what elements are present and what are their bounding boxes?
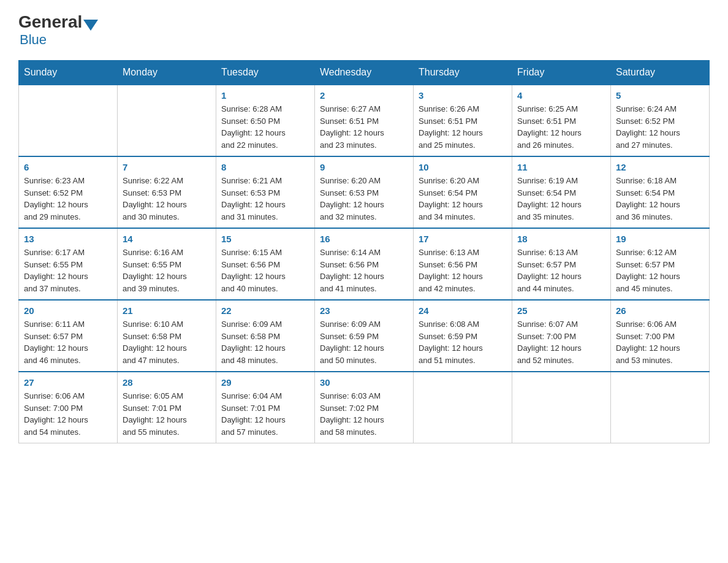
day-info: Sunrise: 6:26 AM Sunset: 6:51 PM Dayligh… [419,103,507,151]
calendar-cell: 13Sunrise: 6:17 AM Sunset: 6:55 PM Dayli… [19,228,118,300]
calendar-cell [512,372,611,443]
day-info: Sunrise: 6:08 AM Sunset: 6:59 PM Dayligh… [419,318,507,366]
day-info: Sunrise: 6:10 AM Sunset: 6:58 PM Dayligh… [123,318,211,366]
calendar-cell: 26Sunrise: 6:06 AM Sunset: 7:00 PM Dayli… [611,300,710,372]
day-number: 21 [123,305,211,316]
day-number: 2 [320,90,408,101]
day-number: 19 [616,234,704,244]
day-number: 7 [123,162,211,172]
day-number: 14 [123,234,211,244]
calendar-cell: 8Sunrise: 6:21 AM Sunset: 6:53 PM Daylig… [216,156,315,228]
day-info: Sunrise: 6:24 AM Sunset: 6:52 PM Dayligh… [616,103,704,151]
weekday-header-saturday: Saturday [611,61,710,85]
day-number: 26 [616,305,704,316]
calendar-cell: 23Sunrise: 6:09 AM Sunset: 6:59 PM Dayli… [315,300,414,372]
day-info: Sunrise: 6:06 AM Sunset: 7:00 PM Dayligh… [24,390,112,438]
day-info: Sunrise: 6:20 AM Sunset: 6:53 PM Dayligh… [320,175,408,223]
day-number: 24 [419,305,507,316]
day-number: 9 [320,162,408,172]
day-number: 20 [24,305,112,316]
calendar-cell: 12Sunrise: 6:18 AM Sunset: 6:54 PM Dayli… [611,156,710,228]
calendar-cell: 29Sunrise: 6:04 AM Sunset: 7:01 PM Dayli… [216,372,315,443]
calendar-cell [414,372,512,443]
day-number: 17 [419,234,507,244]
day-info: Sunrise: 6:14 AM Sunset: 6:56 PM Dayligh… [320,247,408,294]
day-number: 5 [616,90,704,101]
logo-general-text: General [18,12,82,32]
calendar-week-row: 20Sunrise: 6:11 AM Sunset: 6:57 PM Dayli… [19,300,710,372]
day-number: 12 [616,162,704,172]
day-number: 10 [419,162,507,172]
day-number: 18 [517,234,605,244]
calendar-week-row: 1Sunrise: 6:28 AM Sunset: 6:50 PM Daylig… [19,85,710,156]
day-info: Sunrise: 6:28 AM Sunset: 6:50 PM Dayligh… [221,103,309,151]
calendar-header-row: SundayMondayTuesdayWednesdayThursdayFrid… [19,61,710,85]
day-info: Sunrise: 6:13 AM Sunset: 6:57 PM Dayligh… [517,247,605,294]
calendar-cell: 7Sunrise: 6:22 AM Sunset: 6:53 PM Daylig… [118,156,216,228]
calendar-cell: 6Sunrise: 6:23 AM Sunset: 6:52 PM Daylig… [19,156,118,228]
day-info: Sunrise: 6:09 AM Sunset: 6:58 PM Dayligh… [221,318,309,366]
day-info: Sunrise: 6:15 AM Sunset: 6:56 PM Dayligh… [221,247,309,294]
day-number: 11 [517,162,605,172]
day-info: Sunrise: 6:03 AM Sunset: 7:02 PM Dayligh… [320,390,408,438]
calendar-cell: 27Sunrise: 6:06 AM Sunset: 7:00 PM Dayli… [19,372,118,443]
logo-arrow-icon [83,20,98,31]
calendar-cell: 5Sunrise: 6:24 AM Sunset: 6:52 PM Daylig… [611,85,710,156]
calendar-cell [611,372,710,443]
calendar-cell: 1Sunrise: 6:28 AM Sunset: 6:50 PM Daylig… [216,85,315,156]
day-info: Sunrise: 6:18 AM Sunset: 6:54 PM Dayligh… [616,175,704,223]
day-info: Sunrise: 6:12 AM Sunset: 6:57 PM Dayligh… [616,247,704,294]
day-info: Sunrise: 6:20 AM Sunset: 6:54 PM Dayligh… [419,175,507,223]
weekday-header-tuesday: Tuesday [216,61,315,85]
day-number: 27 [24,377,112,388]
calendar-cell: 30Sunrise: 6:03 AM Sunset: 7:02 PM Dayli… [315,372,414,443]
day-info: Sunrise: 6:21 AM Sunset: 6:53 PM Dayligh… [221,175,309,223]
weekday-header-sunday: Sunday [19,61,118,85]
day-info: Sunrise: 6:05 AM Sunset: 7:01 PM Dayligh… [123,390,211,438]
page-header: General Blue [18,12,710,48]
day-info: Sunrise: 6:13 AM Sunset: 6:56 PM Dayligh… [419,247,507,294]
day-number: 8 [221,162,309,172]
calendar-cell: 22Sunrise: 6:09 AM Sunset: 6:58 PM Dayli… [216,300,315,372]
calendar-cell: 16Sunrise: 6:14 AM Sunset: 6:56 PM Dayli… [315,228,414,300]
day-number: 16 [320,234,408,244]
calendar-week-row: 27Sunrise: 6:06 AM Sunset: 7:00 PM Dayli… [19,372,710,443]
day-number: 1 [221,90,309,101]
day-number: 23 [320,305,408,316]
calendar-cell: 24Sunrise: 6:08 AM Sunset: 6:59 PM Dayli… [414,300,512,372]
calendar-cell: 20Sunrise: 6:11 AM Sunset: 6:57 PM Dayli… [19,300,118,372]
calendar-cell: 14Sunrise: 6:16 AM Sunset: 6:55 PM Dayli… [118,228,216,300]
day-info: Sunrise: 6:11 AM Sunset: 6:57 PM Dayligh… [24,318,112,366]
day-info: Sunrise: 6:09 AM Sunset: 6:59 PM Dayligh… [320,318,408,366]
calendar-table: SundayMondayTuesdayWednesdayThursdayFrid… [18,60,710,443]
day-info: Sunrise: 6:07 AM Sunset: 7:00 PM Dayligh… [517,318,605,366]
calendar-week-row: 6Sunrise: 6:23 AM Sunset: 6:52 PM Daylig… [19,156,710,228]
calendar-cell: 9Sunrise: 6:20 AM Sunset: 6:53 PM Daylig… [315,156,414,228]
day-info: Sunrise: 6:04 AM Sunset: 7:01 PM Dayligh… [221,390,309,438]
day-info: Sunrise: 6:25 AM Sunset: 6:51 PM Dayligh… [517,103,605,151]
calendar-cell: 3Sunrise: 6:26 AM Sunset: 6:51 PM Daylig… [414,85,512,156]
day-number: 3 [419,90,507,101]
calendar-cell: 4Sunrise: 6:25 AM Sunset: 6:51 PM Daylig… [512,85,611,156]
calendar-cell: 21Sunrise: 6:10 AM Sunset: 6:58 PM Dayli… [118,300,216,372]
calendar-cell: 17Sunrise: 6:13 AM Sunset: 6:56 PM Dayli… [414,228,512,300]
day-number: 4 [517,90,605,101]
calendar-cell: 19Sunrise: 6:12 AM Sunset: 6:57 PM Dayli… [611,228,710,300]
weekday-header-monday: Monday [118,61,216,85]
day-info: Sunrise: 6:19 AM Sunset: 6:54 PM Dayligh… [517,175,605,223]
day-info: Sunrise: 6:06 AM Sunset: 7:00 PM Dayligh… [616,318,704,366]
day-number: 28 [123,377,211,388]
day-number: 13 [24,234,112,244]
calendar-cell: 10Sunrise: 6:20 AM Sunset: 6:54 PM Dayli… [414,156,512,228]
weekday-header-wednesday: Wednesday [315,61,414,85]
day-number: 22 [221,305,309,316]
day-number: 15 [221,234,309,244]
day-number: 25 [517,305,605,316]
calendar-cell: 25Sunrise: 6:07 AM Sunset: 7:00 PM Dayli… [512,300,611,372]
calendar-cell: 28Sunrise: 6:05 AM Sunset: 7:01 PM Dayli… [118,372,216,443]
day-info: Sunrise: 6:27 AM Sunset: 6:51 PM Dayligh… [320,103,408,151]
weekday-header-thursday: Thursday [414,61,512,85]
day-info: Sunrise: 6:23 AM Sunset: 6:52 PM Dayligh… [24,175,112,223]
day-info: Sunrise: 6:17 AM Sunset: 6:55 PM Dayligh… [24,247,112,294]
calendar-week-row: 13Sunrise: 6:17 AM Sunset: 6:55 PM Dayli… [19,228,710,300]
